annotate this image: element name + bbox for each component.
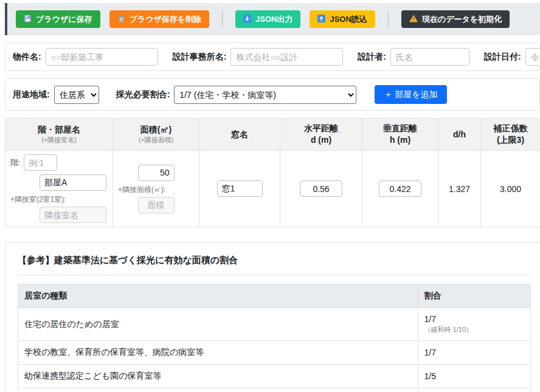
header-floor-room: 階・部屋名(+隣接室名) [5, 119, 113, 151]
browser-save-button[interactable]: ブラウザに保存 [16, 10, 100, 28]
office-name-group: 設計事務所名: [173, 48, 344, 66]
room-name-input[interactable] [40, 174, 106, 191]
header-window-name: 窓名 [199, 119, 280, 151]
json-export-button[interactable]: JSON出力 [235, 10, 300, 28]
designer-input[interactable] [390, 48, 469, 66]
ratio-select[interactable]: 1/7 (住宅・学校・病室等) [174, 86, 356, 104]
reset-data-label: 現在のデータを初期化 [422, 14, 502, 25]
reference-row: 住宅の居住のための居室 1/7（緩和時 1/10） [18, 308, 531, 341]
area-cell: +隣接面積(㎡): [113, 151, 199, 227]
reference-header-type: 居室の種類 [18, 284, 418, 308]
toolbar-divider [222, 12, 223, 27]
browser-delete-button[interactable]: ブラウザ保存を削除 [109, 10, 210, 28]
reference-title: 【参考】建築基準法に基づく採光に有効な面積の割合 [18, 255, 531, 266]
warning-icon [409, 15, 418, 24]
header-horizontal-distance: 水平距離d (m) [280, 119, 362, 151]
design-date-label: 設計日付: [484, 52, 521, 63]
trash-icon [117, 15, 125, 24]
reset-data-button[interactable]: 現在のデータを初期化 [401, 10, 510, 28]
window-name-input[interactable] [217, 181, 263, 197]
browser-save-label: ブラウザに保存 [36, 14, 92, 25]
designer-label: 設計者: [358, 52, 386, 63]
room-type: 幼保連携型認定こども園の保育室等 [18, 365, 418, 388]
header-vertical-distance: 垂直距離h (m) [362, 119, 438, 151]
add-room-button[interactable]: ＋ 部屋を追加 [375, 85, 446, 104]
design-date-group: 設計日付: [484, 48, 540, 66]
upload-icon [317, 15, 325, 24]
reference-header-ratio: 割合 [418, 284, 530, 308]
browser-delete-label: ブラウザ保存を削除 [130, 14, 202, 25]
page: ブラウザに保存 ブラウザ保存を削除 JSON出力 JSON読込 現在 [0, 0, 540, 392]
adjacent-area-label: +隣接面積(㎡): [118, 185, 194, 195]
json-export-label: JSON出力 [255, 14, 292, 25]
zone-select[interactable]: 住居系 [54, 86, 99, 104]
toolbar: ブラウザに保存 ブラウザ保存を削除 JSON出力 JSON読込 現在 [5, 3, 540, 35]
horizontal-distance-cell [280, 151, 362, 227]
correction-factor-value: 3.000 [481, 151, 540, 227]
room-type: 学校の教室、保育所の保育室等、病院の病室等 [18, 341, 418, 365]
header-floor-room-sub: (+隣接室名) [8, 136, 110, 145]
reference-divider [18, 275, 531, 275]
header-area-sub: (+隣接面積) [116, 136, 196, 145]
property-name-group: 物件名: [13, 48, 158, 66]
property-name-input[interactable] [46, 48, 158, 66]
room-type: 住宅の居住のための居室 [18, 308, 418, 341]
reference-section: 【参考】建築基準法に基づく採光に有効な面積の割合 居室の種類 割合 住宅の居住の… [5, 242, 540, 392]
floor-label: 階: [10, 157, 21, 168]
vertical-distance-input[interactable] [379, 181, 421, 197]
property-name-label: 物件名: [13, 52, 41, 63]
floor-room-cell: 階: +隣接室(2室1室): [5, 151, 113, 227]
design-date-input[interactable] [525, 48, 540, 66]
ratio-value: 1/7（緩和時 1/10） [418, 308, 530, 341]
ratio-relaxed-note: （緩和時 1/10） [424, 325, 524, 334]
office-name-input[interactable] [230, 48, 343, 66]
ratio-value: 1/10 [418, 388, 530, 392]
ratio-value: 1/5 [418, 365, 530, 388]
window-name-cell [199, 151, 280, 227]
reference-row: 学校の教室、保育所の保育室等、病院の病室等 1/7 [18, 341, 531, 365]
header-correction-factor: 補正係数(上限3) [481, 119, 540, 151]
area-input[interactable] [138, 165, 175, 181]
ratio-label: 採光必要割合: [116, 89, 170, 100]
json-import-button[interactable]: JSON読込 [310, 10, 375, 28]
horizontal-distance-input[interactable] [300, 181, 342, 197]
adjacent-room-input[interactable] [40, 207, 106, 223]
zone-label: 用途地域: [13, 89, 50, 100]
room-table-header-row: 階・部屋名(+隣接室名) 面積(㎡)(+隣接面積) 窓名 水平距離d (m) 垂… [5, 119, 540, 151]
adjacent-room-label: +隣接室(2室1室): [10, 194, 108, 205]
designer-group: 設計者: [358, 48, 469, 66]
header-area: 面積(㎡)(+隣接面積) [113, 119, 199, 151]
floor-input[interactable] [24, 154, 57, 171]
floppy-icon [24, 15, 32, 24]
toolbar-divider [388, 12, 389, 27]
project-info-section: 物件名: 設計事務所名: 設計者: 設計日付: [5, 43, 540, 71]
vertical-distance-cell [362, 151, 438, 227]
adjacent-area-input[interactable] [138, 197, 175, 213]
reference-table: 居室の種類 割合 住宅の居住のための居室 1/7（緩和時 1/10） 学校の教室… [18, 284, 531, 392]
download-icon [243, 15, 251, 24]
json-import-label: JSON読込 [330, 14, 367, 25]
settings-section: 用途地域: 住居系 採光必要割合: 1/7 (住宅・学校・病室等) ＋ 部屋を追… [5, 78, 540, 111]
office-name-label: 設計事務所名: [173, 52, 227, 63]
ratio-value: 1/7 [418, 341, 530, 365]
reference-row: 病院の診療室、児童福祉施設等の寝室・居室等 1/10 [18, 388, 531, 392]
header-dh: d/h [438, 119, 481, 151]
room-row: 階: +隣接室(2室1室): +隣接面積(㎡): [5, 151, 540, 227]
room-type: 病院の診療室、児童福祉施設等の寝室・居室等 [18, 388, 418, 392]
room-table: 階・部屋名(+隣接室名) 面積(㎡)(+隣接面積) 窓名 水平距離d (m) 垂… [5, 118, 540, 227]
reference-row: 幼保連携型認定こども園の保育室等 1/5 [18, 365, 531, 388]
reference-header-row: 居室の種類 割合 [18, 284, 531, 308]
dh-ratio-value: 1.327 [438, 151, 481, 227]
